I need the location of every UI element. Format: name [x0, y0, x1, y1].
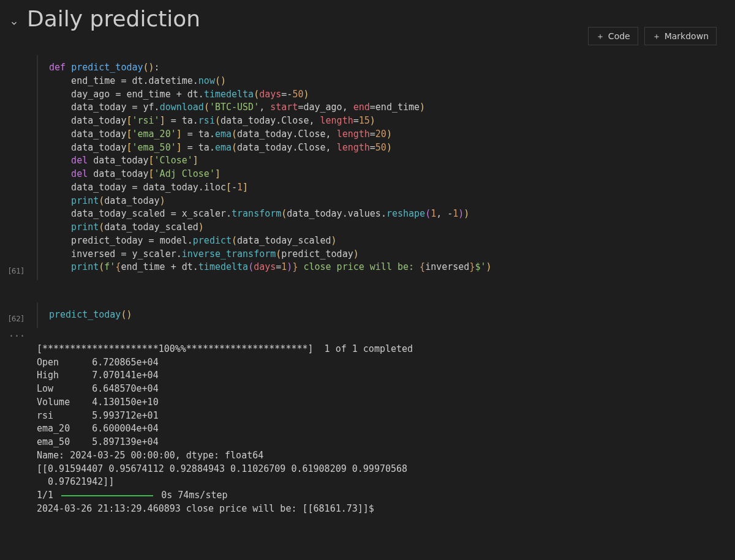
output-progress-line: 1/1 0s 74ms/step: [37, 489, 726, 502]
output-line: Open 6.720865e+04: [37, 356, 726, 370]
code-editor[interactable]: predict_today(): [37, 302, 735, 328]
output-line: ema_50 5.897139e+04: [37, 436, 726, 449]
output-line: ema_20 6.600004e+04: [37, 422, 726, 436]
execution-count: [61]: [9, 262, 37, 280]
output-line: 2024-03-26 21:13:29.460893 close price w…: [37, 502, 726, 516]
plus-icon: ＋: [652, 32, 661, 40]
add-code-label: Code: [608, 31, 630, 41]
add-markdown-button[interactable]: ＋ Markdown: [644, 27, 717, 45]
output-truncation-dots[interactable]: ...: [0, 328, 735, 339]
plus-icon: ＋: [596, 32, 605, 40]
code-content[interactable]: predict_today(): [49, 308, 724, 322]
cell-output: [*********************100%%*************…: [0, 339, 735, 516]
section-title: Daily prediction: [27, 6, 200, 31]
code-content[interactable]: def predict_today(): end_time = dt.datet…: [49, 61, 724, 274]
execution-count: [62]: [9, 310, 37, 328]
output-line: Low 6.648570e+04: [37, 383, 726, 396]
cell-toolbar: ＋ Code ＋ Markdown: [588, 27, 717, 45]
add-markdown-label: Markdown: [665, 31, 709, 41]
output-line: Name: 2024-03-25 00:00:00, dtype: float6…: [37, 449, 726, 463]
output-line: Volume 4.130150e+10: [37, 396, 726, 409]
output-line: [*********************100%%*************…: [37, 343, 726, 356]
code-cell[interactable]: [61]def predict_today(): end_time = dt.d…: [0, 55, 735, 280]
collapse-section-icon[interactable]: [9, 18, 20, 29]
progress-bar: [61, 495, 153, 496]
output-line: [[0.91594407 0.95674112 0.92884943 0.110…: [37, 463, 726, 476]
output-line: High 7.070141e+04: [37, 369, 726, 383]
notebook-cells: [61]def predict_today(): end_time = dt.d…: [0, 55, 735, 328]
code-editor[interactable]: def predict_today(): end_time = dt.datet…: [37, 55, 735, 280]
add-code-button[interactable]: ＋ Code: [588, 27, 638, 45]
output-line: 0.97621942]]: [37, 476, 726, 489]
code-cell[interactable]: [62]predict_today(): [0, 302, 735, 328]
output-line: rsi 5.993712e+01: [37, 409, 726, 423]
